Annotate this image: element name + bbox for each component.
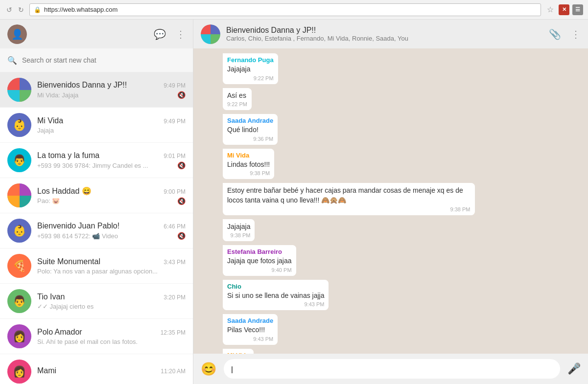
url-text: https://web.whatsapp.com <box>44 6 118 13</box>
message-sender: Chio <box>227 283 324 290</box>
message-bubble: Saada Andrade Pilas Veco!!! 9:43 PM <box>223 314 278 345</box>
attach-icon[interactable]: 📎 <box>549 28 561 40</box>
chat-preview: Mi Vida: Jajaja <box>37 91 175 99</box>
message-text: Jajajaja <box>227 222 250 232</box>
mute-icon: 🔇 <box>177 91 186 99</box>
message-time: 9:38 PM <box>450 206 470 212</box>
chat-preview: Pao: 🐷 <box>37 197 175 204</box>
message-bubble: Estefania Barreiro Jajaja que fotos jaja… <box>223 245 296 276</box>
message-bubble: Fernando Puga Jajajaja 9:22 PM <box>223 53 278 84</box>
message-time: 9:36 PM <box>253 136 273 142</box>
browser-actions: ☆ ✕ ☰ <box>545 4 583 15</box>
chat-time: 9:49 PM <box>164 82 186 89</box>
list-item[interactable]: Bienvenidos Danna y JP!! 9:49 PM Mi Vida… <box>0 72 193 108</box>
new-chat-icon[interactable]: 💬 <box>154 28 166 40</box>
chat-preview: Jajaja <box>37 127 186 134</box>
message-text: Si si uno se llena de vainas jajja <box>227 291 324 301</box>
message-text: Jajajaja <box>227 65 274 74</box>
chat-time: 9:00 PM <box>164 188 186 195</box>
search-input[interactable] <box>22 56 186 64</box>
chat-info: Bienvenido Juan Pablo! 6:46 PM +593 98 6… <box>37 222 186 240</box>
search-bar: 🔍 <box>0 48 193 72</box>
star-button[interactable]: ☆ <box>545 4 556 15</box>
message-text: Estoy entre bañar bebé y hacer cajas par… <box>227 186 470 205</box>
list-item[interactable]: 👨 La toma y la fuma 9:01 PM +593 99 306 … <box>0 143 193 178</box>
list-item[interactable]: 👶 Bienvenido Juan Pablo! 6:46 PM +593 98… <box>0 213 193 248</box>
chat-list: Bienvenidos Danna y JP!! 9:49 PM Mi Vida… <box>0 72 193 384</box>
message-input[interactable] <box>224 359 560 379</box>
mute-icon: 🔇 <box>177 161 186 169</box>
refresh-button[interactable]: ↻ <box>17 5 25 14</box>
chat-time: 9:01 PM <box>164 153 186 159</box>
emoji-button[interactable]: 😊 <box>201 361 216 377</box>
avatar: 👨 <box>7 148 31 172</box>
chat-info: Mami 11:20 AM <box>37 366 186 377</box>
chat-preview: ✓✓ Jajajaj cierto es <box>37 303 186 310</box>
message-text: Así es <box>227 91 247 101</box>
chat-header: Bienvenidos Danna y JP!! Carlos, Chio, E… <box>193 20 588 48</box>
chat-preview: Si. Ahí te pasé el mail con las fotos. <box>37 338 186 345</box>
chat-name: Polo Amador <box>37 328 82 337</box>
message-time: 9:22 PM <box>227 101 247 107</box>
chat-info: Suite Monumental 3:43 PM Polo: Ya nos va… <box>37 257 186 275</box>
message-time: 9:38 PM <box>250 170 270 176</box>
avatar: 👨 <box>7 289 31 313</box>
chat-info: La toma y la fuma 9:01 PM +593 99 306 97… <box>37 151 186 169</box>
mute-icon: 🔇 <box>177 232 186 240</box>
lock-icon: 🔒 <box>34 6 41 13</box>
message-bubble: Mi Vida Jajaja 9:49 PM <box>223 349 254 354</box>
address-bar[interactable]: 🔒 https://web.whatsapp.com <box>29 3 541 16</box>
chat-info: Tio Ivan 3:20 PM ✓✓ Jajajaj cierto es <box>37 293 186 310</box>
user-avatar[interactable]: 👤 <box>7 24 27 44</box>
message-sender: Estefania Barreiro <box>227 248 292 255</box>
avatar: 🍕 <box>7 254 31 278</box>
list-item[interactable]: 👩 Polo Amador 12:35 PM Si. Ahí te pasé e… <box>0 319 193 354</box>
list-item[interactable]: 👶 Mi Vida 9:49 PM Jajaja <box>0 108 193 143</box>
sidebar-header: 👤 💬 ⋮ <box>0 20 193 48</box>
chat-header-name: Bienvenidos Danna y JP!! <box>226 26 543 35</box>
avatar: 👶 <box>7 113 31 137</box>
list-item[interactable]: Los Haddad 😄 9:00 PM Pao: 🐷 🔇 <box>0 178 193 213</box>
chat-name: Mami <box>37 366 56 375</box>
chat-time: 3:20 PM <box>164 294 186 301</box>
chat-name: Los Haddad 😄 <box>37 186 92 196</box>
chat-preview: Polo: Ya nos van a pasar algunas opcion.… <box>37 268 186 275</box>
chat-panel: Bienvenidos Danna y JP!! Carlos, Chio, E… <box>193 20 588 384</box>
avatar: 👩 <box>7 324 31 348</box>
message-bubble: Jajajaja 9:38 PM <box>223 219 255 242</box>
avatar <box>7 183 31 207</box>
group-avatar <box>201 24 220 44</box>
message-sender: Mi Vida <box>227 352 249 354</box>
chat-name: Bienvenidos Danna y JP!! <box>37 81 127 90</box>
chat-header-avatar[interactable] <box>201 24 220 44</box>
mic-button[interactable]: 🎤 <box>567 362 581 375</box>
chat-info: Bienvenidos Danna y JP!! 9:49 PM Mi Vida… <box>37 81 186 99</box>
message-bubble: Estoy entre bañar bebé y hacer cajas par… <box>223 183 475 215</box>
chat-preview: +593 98 614 5722: 📹 Video <box>37 232 175 240</box>
chat-info: Polo Amador 12:35 PM Si. Ahí te pasé el … <box>37 328 186 345</box>
menu-icon[interactable]: ⋮ <box>176 28 186 40</box>
back-button[interactable]: ↺ <box>5 5 14 14</box>
message-sender: Fernando Puga <box>227 56 274 64</box>
ext-icon-red[interactable]: ✕ <box>559 4 569 15</box>
message-input-bar: 😊 🎤 <box>193 354 588 384</box>
chat-header-info[interactable]: Bienvenidos Danna y JP!! Carlos, Chio, E… <box>226 26 543 42</box>
message-text: Qué lindo! <box>227 125 273 135</box>
chat-menu-icon[interactable]: ⋮ <box>571 28 581 40</box>
list-item[interactable]: 👩 Mami 11:20 AM <box>0 354 193 384</box>
list-item[interactable]: 🍕 Suite Monumental 3:43 PM Polo: Ya nos … <box>0 248 193 284</box>
list-item[interactable]: 👨 Tio Ivan 3:20 PM ✓✓ Jajajaj cierto es <box>0 284 193 319</box>
message-time: 9:40 PM <box>272 267 292 273</box>
message-sender: Mi Vida <box>227 152 270 159</box>
chat-name: Tio Ivan <box>37 293 65 301</box>
message-time: 9:43 PM <box>253 336 273 342</box>
chat-name: Bienvenido Juan Pablo! <box>37 222 119 230</box>
chat-preview: +593 99 306 9784: Jimmy Candel es ... <box>37 162 175 169</box>
message-time: 9:22 PM <box>254 75 274 81</box>
avatar: 👩 <box>7 360 31 384</box>
app-container: 👤 💬 ⋮ 🔍 <box>0 20 588 384</box>
chat-name: Mi Vida <box>37 116 63 125</box>
message-bubble: Así es 9:22 PM <box>223 88 252 111</box>
message-sender: Saada Andrade <box>227 117 273 124</box>
ext-icon-gray[interactable]: ☰ <box>572 4 583 15</box>
